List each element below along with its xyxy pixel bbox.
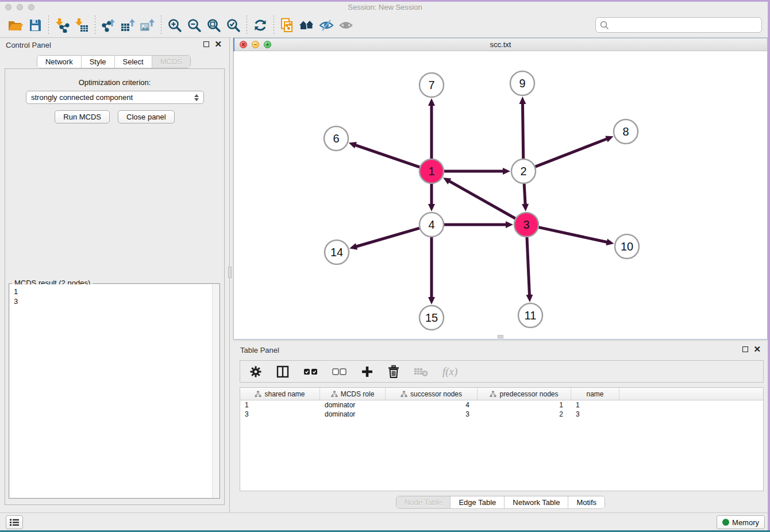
graph-edge-2-8[interactable] — [536, 138, 608, 167]
first-neighbors-icon[interactable] — [297, 16, 317, 35]
hide-selected-eye-icon[interactable] — [317, 16, 336, 35]
tab-motifs[interactable]: Motifs — [568, 496, 605, 508]
graph-node-9[interactable]: 9 — [510, 71, 534, 95]
tab-style[interactable]: Style — [82, 56, 115, 68]
control-panel-close-icon[interactable]: ✕ — [214, 41, 222, 47]
column-header-successor-nodes[interactable]: successor nodes — [386, 388, 478, 400]
close-panel-button[interactable]: Close panel — [118, 110, 175, 124]
graph-node-8[interactable]: 8 — [614, 119, 638, 144]
toolbar-separator — [48, 16, 49, 35]
graph-edge-arrowhead — [606, 238, 614, 245]
cell-name[interactable]: 3 — [571, 410, 619, 418]
new-network-from-selection-icon[interactable] — [278, 16, 297, 35]
graph-edge-2-3[interactable] — [524, 184, 525, 205]
column-header-shared-name[interactable]: shared name — [240, 388, 320, 400]
tab-node-table[interactable]: Node Table — [396, 496, 451, 508]
deselect-all-rows-icon[interactable] — [332, 364, 347, 380]
column-header-mcds-role[interactable]: MCDS role — [320, 388, 386, 400]
node-table-header: shared name MCDS role successor nodes pr… — [240, 388, 763, 400]
import-network-icon[interactable] — [52, 16, 72, 35]
add-column-icon[interactable] — [361, 364, 374, 380]
graph-node-2[interactable]: 2 — [511, 159, 536, 183]
table-row[interactable]: 3 dominator 3 2 3 — [240, 410, 763, 419]
graph-edge-4-14[interactable] — [356, 228, 419, 246]
graph-node-15[interactable]: 15 — [419, 306, 444, 330]
memory-label: Memory — [732, 518, 759, 527]
tab-select[interactable]: Select — [115, 56, 152, 68]
table-panel-float-icon[interactable] — [742, 346, 748, 352]
search-input[interactable] — [610, 18, 761, 32]
column-header-predecessor-nodes[interactable]: predecessor nodes — [478, 388, 571, 400]
tab-edge-table[interactable]: Edge Table — [451, 496, 505, 508]
zoom-out-icon[interactable] — [184, 16, 204, 35]
cell-predecessor-nodes[interactable]: 1 — [478, 401, 571, 409]
import-table-icon[interactable] — [72, 16, 91, 35]
graph-edge-arrowhead — [503, 168, 510, 175]
network-resize-handle[interactable] — [498, 335, 503, 338]
cell-name[interactable]: 1 — [571, 401, 619, 409]
select-chevrons-icon — [194, 94, 199, 101]
save-session-icon[interactable] — [25, 16, 45, 35]
network-window-title: scc.txt — [234, 40, 767, 49]
zoom-in-icon[interactable] — [165, 16, 184, 35]
show-columns-icon[interactable] — [276, 364, 290, 380]
export-table-icon[interactable] — [118, 16, 138, 35]
graph-edge-arrowhead — [349, 243, 357, 250]
panel-splitter[interactable] — [228, 38, 232, 512]
graph-node-6[interactable]: 6 — [324, 126, 348, 151]
network-window-titlebar[interactable]: × − + scc.txt — [234, 38, 767, 51]
graph-edge-3-11[interactable] — [527, 237, 530, 296]
export-network-icon[interactable] — [99, 16, 118, 35]
run-mcds-button[interactable]: Run MCDS — [55, 110, 110, 124]
show-all-eye-icon[interactable] — [336, 16, 356, 35]
cell-shared-name[interactable]: 3 — [240, 410, 320, 418]
graph-edge-arrowhead — [428, 204, 435, 211]
tree-column-icon — [331, 391, 338, 398]
graph-node-7[interactable]: 7 — [419, 73, 444, 97]
network-canvas[interactable]: 1234678910111415 — [234, 51, 767, 339]
table-row[interactable]: 1 dominator 4 1 1 — [240, 400, 763, 410]
table-settings-gear-icon[interactable] — [249, 364, 262, 380]
tree-column-icon — [490, 391, 496, 398]
table-panel-title: Table Panel — [240, 346, 279, 354]
graph-edge-2-9[interactable] — [522, 103, 523, 159]
graph-node-1[interactable]: 1 — [419, 159, 444, 183]
refresh-layout-icon[interactable] — [251, 16, 270, 35]
cell-mcds-role[interactable]: dominator — [320, 410, 386, 418]
open-session-icon[interactable] — [6, 16, 25, 35]
cell-mcds-role[interactable]: dominator — [320, 401, 386, 409]
splitter-handle[interactable] — [228, 267, 232, 278]
control-panel-tab-bar: Network Style Select MCDS — [37, 55, 191, 68]
svg-text:3: 3 — [523, 218, 529, 231]
zoom-fit-icon[interactable] — [204, 16, 224, 35]
control-panel-float-icon[interactable] — [203, 41, 209, 47]
column-header-name[interactable]: name — [571, 388, 619, 400]
table-panel-close-icon[interactable]: ✕ — [753, 346, 761, 352]
graph-node-14[interactable]: 14 — [325, 240, 349, 264]
delete-column-trash-icon[interactable] — [387, 364, 400, 380]
memory-button[interactable]: Memory — [717, 515, 765, 529]
cell-successor-nodes[interactable]: 3 — [386, 410, 478, 418]
window-title: Session: New Session — [0, 3, 770, 11]
graph-node-10[interactable]: 10 — [615, 234, 639, 259]
search-field[interactable] — [595, 17, 762, 33]
graph-node-4[interactable]: 4 — [419, 213, 444, 237]
export-image-icon[interactable] — [138, 16, 157, 35]
show-panels-list-button[interactable] — [6, 515, 23, 529]
graph-edge-1-6[interactable] — [355, 145, 419, 167]
graph-node-11[interactable]: 11 — [518, 303, 542, 327]
graph-edge-3-1[interactable] — [449, 181, 515, 219]
criterion-select[interactable]: strongly connected component — [26, 91, 204, 104]
cell-predecessor-nodes[interactable]: 2 — [478, 410, 571, 418]
graph-edge-3-10[interactable] — [538, 228, 607, 242]
zoom-selected-icon[interactable] — [224, 16, 243, 35]
apply-function-icon-disabled: f(x) — [442, 364, 457, 380]
tab-mcds[interactable]: MCDS — [152, 56, 190, 68]
tab-network[interactable]: Network — [37, 56, 82, 68]
tab-network-table[interactable]: Network Table — [505, 496, 568, 508]
select-all-rows-icon[interactable] — [303, 364, 318, 380]
cell-shared-name[interactable]: 1 — [240, 401, 320, 409]
mcds-result-scrollbar[interactable] — [212, 284, 219, 498]
cell-successor-nodes[interactable]: 4 — [386, 401, 478, 409]
graph-node-3[interactable]: 3 — [514, 213, 538, 237]
